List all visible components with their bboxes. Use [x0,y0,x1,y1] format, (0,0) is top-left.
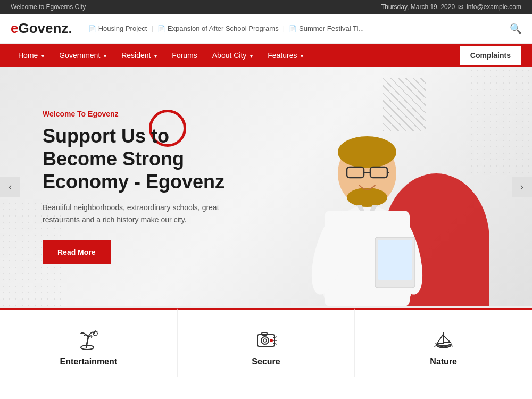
svg-line-21 [97,331,97,332]
hero-next-button[interactable]: › [512,177,532,197]
hero-dots-right [468,67,532,173]
ticker-item-3: 📄 Summer Festival Ti... [289,24,364,32]
entertainment-icon [76,326,101,352]
hero-cta-button[interactable]: Read More [43,240,111,264]
nav-item-about-city[interactable]: About City ▾ [205,44,260,67]
header-ticker: 📄 Housing Project | 📄 Expansion of After… [88,24,494,32]
feature-label-secure: Secure [252,357,280,367]
nav-item-home[interactable]: Home ▾ [11,44,52,67]
doc-icon-1: 📄 [88,25,96,32]
top-bar-email: info@example.com [467,3,521,11]
complaints-button[interactable]: Complaints [460,46,521,65]
logo-dot: . [68,20,72,36]
hero-person [282,94,452,306]
svg-point-4 [347,188,387,207]
nav-link-forums[interactable]: Forums [164,44,204,67]
ticker-item-2: 📄 Expansion of After School Programs [157,24,279,32]
nav-link-home[interactable]: Home ▾ [11,44,52,67]
top-bar-right: Thursday, March 19, 2020 ✉ info@example.… [381,3,521,11]
caret-resident: ▾ [154,53,157,59]
feature-card-nature: Nature [355,308,532,377]
secure-icon [253,326,279,352]
svg-rect-26 [262,332,267,335]
svg-line-27 [273,337,277,338]
hero-section: Welcome To Egovenz Support Us to Become … [0,67,532,306]
feature-label-entertainment: Entertainment [60,357,118,367]
nav-link-government[interactable]: Government ▾ [52,44,114,67]
top-bar-date: Thursday, March 19, 2020 [381,3,455,11]
email-icon: ✉ [458,3,463,11]
hero-title: Support Us to Become Strong Economy - Eg… [43,124,245,194]
nav-item-government[interactable]: Government ▾ [52,44,114,67]
caret-home: ▾ [41,53,44,59]
svg-line-29 [273,343,277,344]
features-section: Entertainment Secure [0,306,532,377]
svg-point-25 [270,339,273,342]
svg-point-23 [261,337,269,344]
doc-icon-2: 📄 [157,25,165,32]
caret-about-city: ▾ [250,53,253,59]
hero-person-svg [293,99,442,306]
caret-features: ▾ [301,53,303,59]
feature-card-entertainment: Entertainment [0,308,178,377]
ticker-label-2: Expansion of After School Programs [168,24,279,32]
main-nav: Home ▾ Government ▾ Resident ▾ Forums Ab… [0,44,532,67]
ticker-label-1: Housing Project [98,24,147,32]
top-bar: Welcome to Egoverns City Thursday, March… [0,0,532,14]
ticker-label-3: Summer Festival Ti... [299,24,364,32]
top-bar-welcome: Welcome to Egoverns City [11,3,86,11]
nav-item-forums[interactable]: Forums [164,44,204,67]
hero-prev-button[interactable]: ‹ [0,177,20,197]
nav-links: Home ▾ Government ▾ Resident ▾ Forums Ab… [11,44,311,67]
logo[interactable]: eGovenz. [11,20,72,37]
doc-icon-3: 📄 [289,25,297,32]
svg-point-18 [93,331,97,336]
hero-content: Welcome To Egovenz Support Us to Become … [0,78,277,296]
ticker-item-1: 📄 Housing Project [88,24,147,32]
svg-rect-15 [378,240,412,280]
svg-point-17 [81,345,94,350]
nature-icon [431,326,456,352]
svg-point-24 [263,339,267,342]
hero-subtitle: Welcome To Egovenz [43,110,245,118]
logo-text: Govenz [18,20,68,36]
search-icon[interactable]: 🔍 [510,23,521,35]
svg-point-3 [338,136,396,168]
hero-description: Beautiful neighborhoods, extraordinary s… [43,202,234,226]
nav-link-resident[interactable]: Resident ▾ [114,44,164,67]
nav-link-about-city[interactable]: About City ▾ [205,44,260,67]
chevron-right-icon: › [520,181,523,193]
logo-e: e [11,20,18,36]
nav-link-features[interactable]: Features ▾ [260,44,311,67]
feature-label-nature: Nature [430,357,457,367]
header: eGovenz. 📄 Housing Project | 📄 Expansion… [0,14,532,44]
nav-item-features[interactable]: Features ▾ [260,44,311,67]
feature-card-secure: Secure [178,308,355,377]
nav-item-resident[interactable]: Resident ▾ [114,44,164,67]
caret-government: ▾ [104,53,106,59]
chevron-left-icon: ‹ [9,181,12,193]
